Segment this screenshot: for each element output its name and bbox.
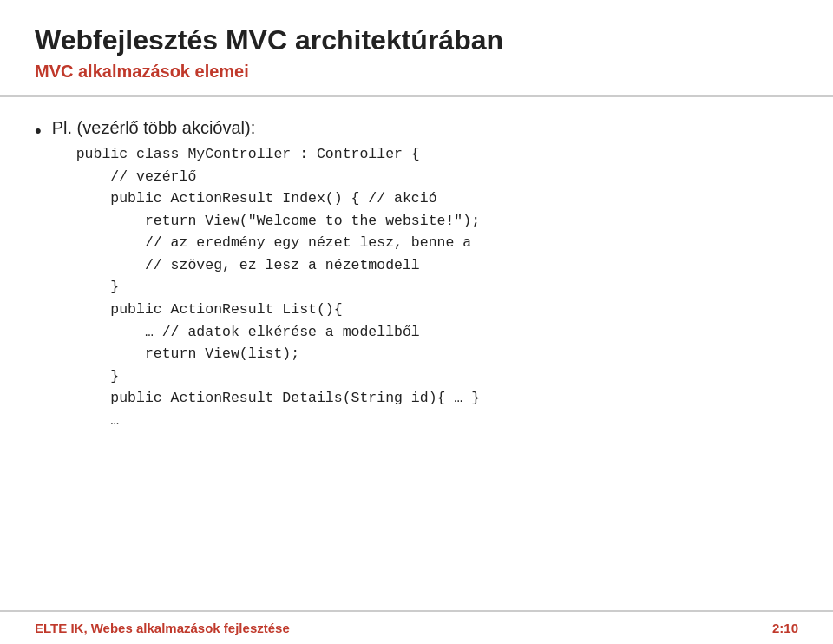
code-line-8: public ActionResult List(){ [76,299,480,321]
slide-title: Webfejlesztés MVC architektúrában [35,24,798,56]
code-line-1: public class MyController : Controller { [76,143,480,166]
code-line-13: … [76,410,480,432]
slide-subtitle: MVC alkalmazások elemei [35,62,798,82]
code-line-6: // szöveg, ez lesz a nézetmodell [76,254,480,277]
code-line-2: // vezérlő [76,166,480,188]
footer-section: ELTE IK, Webes alkalmazások fejlesztése … [0,610,833,644]
code-line-4: return View("Welcome to the website!"); [76,210,480,233]
content-section: • Pl. (vezérlő több akcióval): public cl… [0,97,833,610]
footer-left-text: ELTE IK, Webes alkalmazások fejlesztése [35,621,290,635]
code-block: public class MyController : Controller {… [76,143,480,431]
slide-container: Webfejlesztés MVC architektúrában MVC al… [0,0,833,644]
code-line-5: // az eredmény egy nézet lesz, benne a [76,232,480,254]
code-line-7: } [76,276,480,299]
code-line-3: public ActionResult Index() { // akció [76,187,480,210]
code-line-10: return View(list); [76,343,480,365]
bullet-content: Pl. (vezérlő több akcióval): public clas… [52,118,480,431]
code-line-9: … // adatok elkérése a modellből [76,321,480,344]
bullet-text: Pl. (vezérlő több akcióval): [52,118,256,137]
bullet-dot: • [35,120,42,142]
code-line-12: public ActionResult Details(String id){ … [76,387,480,410]
footer-right-text: 2:10 [772,621,798,635]
code-line-11: } [76,365,480,388]
bullet-item: • Pl. (vezérlő több akcióval): public cl… [35,118,798,431]
header-section: Webfejlesztés MVC architektúrában MVC al… [0,0,833,97]
